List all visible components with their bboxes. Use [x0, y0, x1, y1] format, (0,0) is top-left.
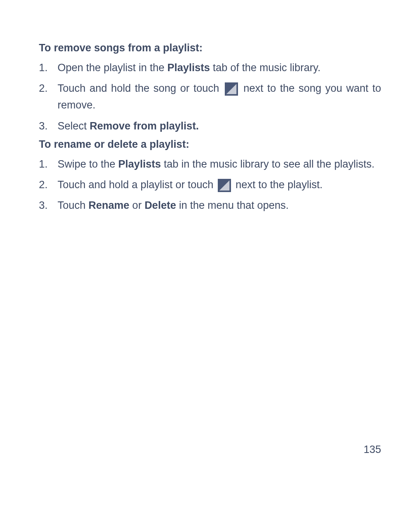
- page-number: 135: [364, 444, 381, 456]
- bold-text: Playlists: [118, 158, 161, 170]
- step-text: or: [130, 199, 145, 211]
- bold-text: Delete: [145, 199, 176, 211]
- step-text: Open the playlist in the: [58, 62, 167, 73]
- step-number: 2.: [39, 80, 48, 97]
- step-text: Swipe to the: [58, 158, 118, 170]
- step-number: 1.: [39, 156, 48, 173]
- heading-rename-delete: To rename or delete a playlist:: [39, 138, 381, 150]
- steps-remove-songs: 1. Open the playlist in the Playlists ta…: [39, 59, 381, 135]
- step-number: 3.: [39, 118, 48, 135]
- step-number: 2.: [39, 177, 48, 193]
- steps-rename-delete: 1. Swipe to the Playlists tab in the mus…: [39, 156, 381, 214]
- step-text: tab of the music library.: [210, 62, 321, 73]
- step-text: next to the playlist.: [233, 179, 322, 191]
- menu-icon: [218, 179, 231, 192]
- heading-remove-songs: To remove songs from a playlist:: [39, 42, 381, 54]
- bold-text: Rename: [89, 199, 130, 211]
- menu-icon: [225, 82, 238, 96]
- bold-text: Playlists: [167, 62, 210, 73]
- list-item: 3. Select Remove from playlist.: [39, 118, 381, 135]
- step-text: Touch and hold the song or touch: [58, 82, 223, 94]
- step-text: Touch: [58, 199, 89, 211]
- step-text: Select: [58, 120, 90, 132]
- step-number: 3.: [39, 197, 48, 214]
- step-number: 1.: [39, 59, 48, 76]
- document-page: To remove songs from a playlist: 1. Open…: [0, 0, 420, 507]
- list-item: 2. Touch and hold a playlist or touch ne…: [39, 177, 381, 193]
- bold-text: Remove from playlist.: [90, 120, 199, 132]
- step-text: tab in the music library to see all the …: [161, 158, 374, 170]
- list-item: 3. Touch Rename or Delete in the menu th…: [39, 197, 381, 214]
- list-item: 2. Touch and hold the song or touch next…: [39, 80, 381, 114]
- step-text: in the menu that opens.: [176, 199, 289, 211]
- step-text: Touch and hold a playlist or touch: [58, 179, 216, 191]
- list-item: 1. Open the playlist in the Playlists ta…: [39, 59, 381, 76]
- list-item: 1. Swipe to the Playlists tab in the mus…: [39, 156, 381, 173]
